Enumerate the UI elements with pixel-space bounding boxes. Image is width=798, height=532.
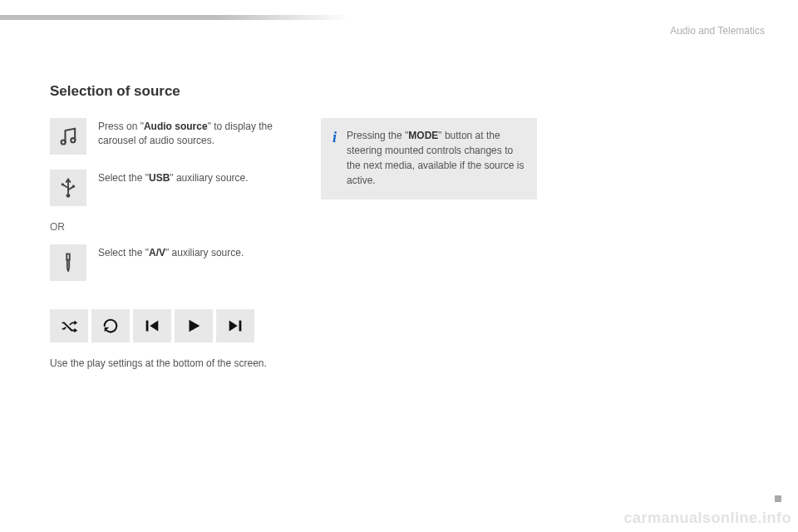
svg-point-2 <box>62 183 64 185</box>
text-bold: MODE <box>408 130 438 141</box>
step-usb-text: Select the "USB" auxiliary source. <box>98 170 249 206</box>
step-audio-source-text: Press on "Audio source" to display the c… <box>98 118 291 155</box>
music-note-icon <box>50 118 86 155</box>
or-label: OR <box>50 221 291 233</box>
play-button[interactable] <box>175 309 213 342</box>
topbar-fade-segment <box>216 15 349 20</box>
usb-icon <box>50 170 86 206</box>
play-controls <box>50 309 291 342</box>
step-av: Select the "A/V" auxiliary source. <box>50 244 291 281</box>
page-category: Audio and Telematics <box>670 25 765 37</box>
svg-rect-3 <box>72 185 75 188</box>
next-button[interactable] <box>216 309 254 342</box>
text-pre: Select the " <box>98 247 149 259</box>
text-pre: Pressing the " <box>347 130 408 141</box>
info-box: i Pressing the "MODE" button at the stee… <box>321 118 537 200</box>
corner-square <box>775 495 781 502</box>
info-icon: i <box>332 130 337 188</box>
text-pre: Press on " <box>98 121 144 132</box>
text-post: " auxiliary source. <box>165 247 244 259</box>
footer-note: Use the play settings at the bottom of t… <box>50 357 291 369</box>
topbar-grey-segment <box>0 15 216 20</box>
step-audio-source: Press on "Audio source" to display the c… <box>50 118 291 155</box>
info-text: Pressing the "MODE" button at the steeri… <box>347 128 525 188</box>
shuffle-button[interactable] <box>50 309 88 342</box>
svg-point-0 <box>62 140 66 144</box>
watermark: carmanualsonline.info <box>623 510 791 527</box>
step-av-text: Select the "A/V" auxiliary source. <box>98 244 244 281</box>
section-title: Selection of source <box>50 83 748 100</box>
step-usb: Select the "USB" auxiliary source. <box>50 170 291 206</box>
page-content: Selection of source Press on "Audio sour… <box>50 83 748 369</box>
previous-button[interactable] <box>133 309 171 342</box>
text-pre: Select the " <box>98 172 149 184</box>
svg-point-4 <box>66 194 71 198</box>
text-bold: USB <box>149 172 170 184</box>
av-jack-icon <box>50 244 86 281</box>
svg-point-1 <box>71 138 75 142</box>
svg-rect-5 <box>66 254 70 260</box>
repeat-button[interactable] <box>91 309 130 342</box>
text-bold: A/V <box>149 247 165 259</box>
svg-rect-7 <box>239 321 242 332</box>
right-column: i Pressing the "MODE" button at the stee… <box>321 118 537 369</box>
topbar-decoration <box>0 15 781 20</box>
svg-rect-6 <box>146 321 149 332</box>
left-column: Press on "Audio source" to display the c… <box>50 118 291 369</box>
text-bold: Audio source <box>144 121 208 132</box>
text-post: " auxiliary source. <box>170 172 248 184</box>
columns: Press on "Audio source" to display the c… <box>50 118 748 369</box>
